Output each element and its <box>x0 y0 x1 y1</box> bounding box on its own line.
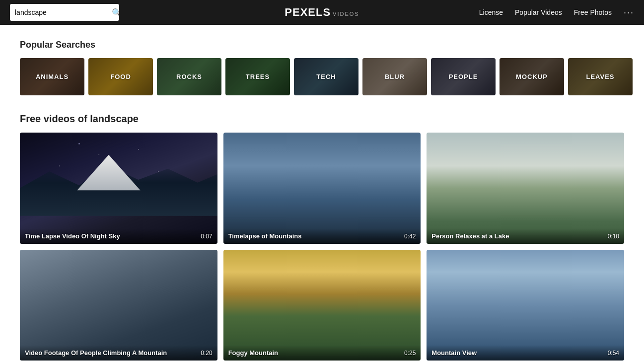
popular-item-label: ROCKS <box>176 73 202 80</box>
video-title: Video Footage Of People Climbing A Mount… <box>25 349 167 357</box>
logo: PEXELS VIDEOS <box>285 6 359 19</box>
video-duration: 0:10 <box>608 233 619 240</box>
popular-searches-section: Popular Searches ANIMALS FOOD ROCKS TREE… <box>20 40 624 95</box>
video-duration: 0:25 <box>404 350 416 357</box>
popular-item-overlay: PEOPLE <box>431 58 496 95</box>
video-duration: 0:42 <box>404 233 416 240</box>
video-info: Person Relaxes at a Lake 0:10 <box>427 228 624 244</box>
popular-searches-grid: ANIMALS FOOD ROCKS TREES TECH <box>20 58 624 95</box>
videos-section-title: Free videos of landscape <box>20 113 624 125</box>
video-title: Time Lapse Video Of Night Sky <box>25 232 120 240</box>
video-duration: 0:54 <box>608 350 619 357</box>
video-title: Timelapse of Mountains <box>228 232 302 240</box>
popular-item-overlay: TECH <box>294 58 358 95</box>
popular-searches-title: Popular Searches <box>20 40 624 50</box>
nav-popular-videos[interactable]: Popular Videos <box>515 8 562 16</box>
video-duration: 0:20 <box>201 350 212 357</box>
video-grid: Time Lapse Video Of Night Sky 0:07 Timel… <box>20 133 624 361</box>
nav-more[interactable]: ··· <box>624 7 634 18</box>
popular-item-overlay: LEAVES <box>568 58 633 95</box>
header: 🔍 PEXELS VIDEOS License Popular Videos F… <box>0 0 644 25</box>
video-card-5[interactable]: Foggy Mountain 0:25 <box>223 250 421 361</box>
popular-item-label: TREES <box>246 73 270 80</box>
nav-free-photos[interactable]: Free Photos <box>574 8 612 16</box>
main-content: Popular Searches ANIMALS FOOD ROCKS TREE… <box>0 25 644 362</box>
popular-item-mockup[interactable]: MOCKUP <box>500 58 564 95</box>
popular-item-leaves[interactable]: LEAVES <box>568 58 633 95</box>
popular-item-overlay: FOOD <box>88 58 153 95</box>
video-card-3[interactable]: Person Relaxes at a Lake 0:10 <box>427 133 624 244</box>
search-icon: 🔍 <box>112 8 119 17</box>
search-bar: 🔍 <box>10 4 119 21</box>
popular-item-overlay: MOCKUP <box>500 58 564 95</box>
popular-item-trees[interactable]: TREES <box>225 58 290 95</box>
nav-license[interactable]: License <box>479 8 503 16</box>
popular-item-overlay: BLUR <box>362 58 427 95</box>
video-info: Timelapse of Mountains 0:42 <box>223 228 421 244</box>
popular-item-rocks[interactable]: ROCKS <box>157 58 221 95</box>
popular-item-label: ANIMALS <box>36 73 69 80</box>
video-card-1[interactable]: Time Lapse Video Of Night Sky 0:07 <box>20 133 217 244</box>
popular-item-animals[interactable]: ANIMALS <box>20 58 84 95</box>
popular-item-overlay: ANIMALS <box>20 58 84 95</box>
popular-item-label: TECH <box>316 73 336 80</box>
video-card-4[interactable]: Video Footage Of People Climbing A Mount… <box>20 250 217 361</box>
video-info: Video Footage Of People Climbing A Mount… <box>20 345 217 361</box>
videos-section: Free videos of landscape Time Lapse Vide… <box>20 113 624 361</box>
search-input[interactable] <box>10 4 107 21</box>
video-info: Time Lapse Video Of Night Sky 0:07 <box>20 228 217 244</box>
video-title: Mountain View <box>431 349 477 357</box>
video-card-6[interactable]: Mountain View 0:54 <box>427 250 624 361</box>
video-duration: 0:07 <box>201 233 212 240</box>
popular-item-label: PEOPLE <box>449 73 478 80</box>
logo-pexels[interactable]: PEXELS <box>285 6 331 19</box>
popular-item-overlay: ROCKS <box>157 58 221 95</box>
video-title: Person Relaxes at a Lake <box>431 232 509 240</box>
nav: License Popular Videos Free Photos ··· <box>479 7 634 18</box>
popular-item-food[interactable]: FOOD <box>88 58 153 95</box>
popular-item-tech[interactable]: TECH <box>294 58 358 95</box>
popular-item-label: LEAVES <box>586 73 614 80</box>
popular-item-blur[interactable]: BLUR <box>362 58 427 95</box>
popular-item-label: MOCKUP <box>516 73 548 80</box>
video-title: Foggy Mountain <box>228 349 278 357</box>
search-button[interactable]: 🔍 <box>107 8 119 17</box>
video-info: Mountain View 0:54 <box>427 345 624 361</box>
popular-item-label: FOOD <box>110 73 131 80</box>
video-info: Foggy Mountain 0:25 <box>223 345 421 361</box>
logo-videos: VIDEOS <box>333 11 359 17</box>
popular-item-label: BLUR <box>385 73 405 80</box>
popular-item-overlay: TREES <box>225 58 290 95</box>
popular-item-people[interactable]: PEOPLE <box>431 58 496 95</box>
video-card-2[interactable]: Timelapse of Mountains 0:42 <box>223 133 421 244</box>
